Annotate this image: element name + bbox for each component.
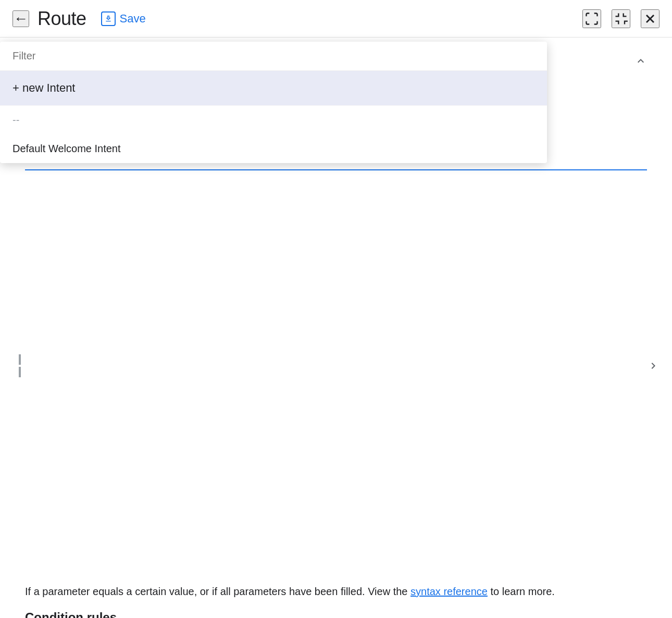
back-button[interactable]: ← [13, 10, 29, 27]
condition-section: If a parameter equals a certain value, o… [0, 583, 672, 618]
dropdown-separator: -- [0, 105, 547, 134]
main-content: Intent Intents represent something your … [0, 38, 672, 187]
intent-section: Intent Intents represent something your … [25, 54, 647, 170]
intent-dropdown: + new Intent -- Default Welcome Intent [0, 42, 547, 163]
save-icon [101, 11, 116, 26]
page-title: Route [38, 8, 86, 30]
toolbar: ← Route Save [0, 0, 672, 38]
save-label: Save [120, 12, 146, 26]
back-arrow-icon: ← [14, 11, 28, 26]
condition-content: If a parameter equals a certain value, o… [25, 583, 647, 618]
right-chevron-icon[interactable] [647, 360, 659, 375]
toolbar-left: ← Route Save [13, 8, 574, 30]
shrink-button[interactable] [612, 9, 630, 28]
left-border-decoration [19, 354, 21, 618]
syntax-reference-link[interactable]: syntax reference [410, 586, 488, 597]
fullscreen-button[interactable] [582, 9, 601, 28]
condition-description: If a parameter equals a certain value, o… [25, 583, 647, 600]
condition-rules-title: Condition rules [25, 610, 647, 618]
save-button[interactable]: Save [95, 8, 152, 29]
new-intent-option[interactable]: + new Intent [0, 71, 547, 105]
filter-input[interactable] [13, 50, 534, 62]
toolbar-right [582, 9, 659, 28]
close-button[interactable] [641, 9, 659, 28]
dropdown-filter-area [0, 42, 547, 71]
dropdown-item-default-welcome[interactable]: Default Welcome Intent [0, 134, 547, 163]
collapse-icon[interactable] [634, 55, 647, 70]
